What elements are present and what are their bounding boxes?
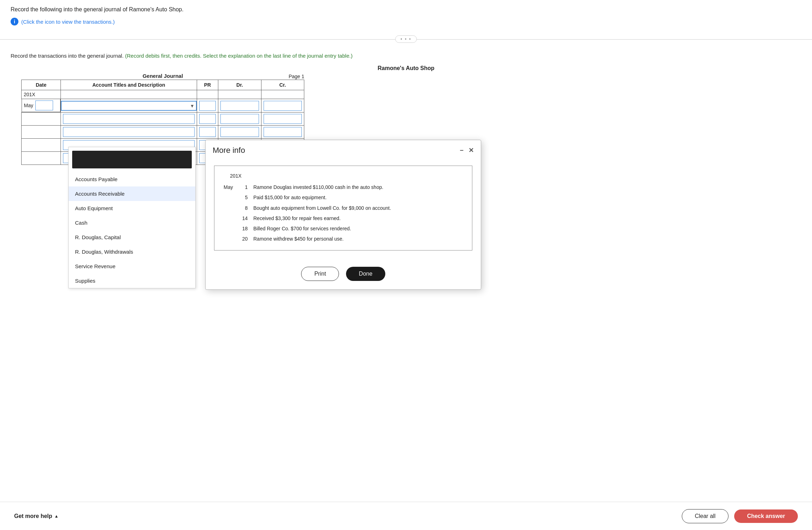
transaction-text: Billed Roger Co. $700 for services rende… [252, 224, 464, 234]
month-label: May [24, 103, 33, 108]
desc-cell-active[interactable]: ▼ [61, 99, 197, 113]
cr-cell-3[interactable] [261, 126, 304, 139]
transaction-month [222, 234, 236, 244]
dr-cell-2[interactable] [218, 113, 261, 126]
transaction-month [222, 193, 236, 202]
sub-instruction: Record the transactions into the general… [0, 49, 812, 65]
bottom-buttons: Clear all Check answer [682, 509, 798, 523]
dropdown-item-accounts-receivable[interactable]: Accounts Receivable [69, 186, 195, 201]
divider-pill: • • • [395, 35, 417, 43]
modal-close-button[interactable]: ✕ [468, 146, 474, 154]
transaction-row: 18Billed Roger Co. $700 for services ren… [222, 224, 464, 234]
transaction-row: 5Paid $15,000 for auto equipment. [222, 193, 464, 202]
transaction-day: 5 [237, 193, 251, 202]
cr-cell-1[interactable] [261, 99, 304, 113]
journal-page: Page 1 [289, 74, 304, 79]
date-empty-3 [22, 126, 61, 139]
more-info-modal: More info − ✕ 201X May1Ramone Douglas in… [205, 140, 481, 290]
check-answer-button[interactable]: Check answer [734, 509, 798, 523]
year-label: 201X [24, 92, 35, 97]
col-cr: Cr. [261, 80, 304, 90]
cr-input-1[interactable] [264, 101, 302, 111]
dr-cell-1[interactable] [218, 99, 261, 113]
transactions-table: May1Ramone Douglas invested $110,000 cas… [221, 182, 465, 244]
pr-cell-3[interactable] [197, 126, 218, 139]
transaction-month [222, 214, 236, 223]
dropdown-item-supplies[interactable]: Supplies [69, 273, 195, 288]
transaction-day: 18 [237, 224, 251, 234]
dropdown-item-auto-equipment[interactable]: Auto Equipment [69, 201, 195, 215]
modal-title: More info [213, 146, 245, 155]
desc-input-3[interactable] [63, 127, 194, 137]
cr-cell-2[interactable] [261, 113, 304, 126]
transaction-day: 14 [237, 214, 251, 223]
print-button[interactable]: Print [301, 267, 339, 281]
transaction-day: 8 [237, 203, 251, 213]
modal-header: More info − ✕ [206, 140, 481, 156]
sub-instruction-green: (Record debits first, then credits. Sele… [125, 53, 353, 59]
help-arrow-icon: ▲ [54, 514, 59, 519]
info-link-text[interactable]: (Click the icon to view the transactions… [21, 19, 115, 25]
modal-content: 201X May1Ramone Douglas invested $110,00… [206, 156, 481, 263]
cr-empty-year [261, 90, 304, 99]
dropdown-item-service-revenue[interactable]: Service Revenue [69, 259, 195, 273]
info-row: i (Click the icon to view the transactio… [0, 16, 812, 29]
account-select-wrapper[interactable]: ▼ [61, 101, 196, 111]
pr-input-2[interactable] [199, 114, 216, 124]
dropdown-container[interactable]: Accounts Payable Accounts Receivable Aut… [68, 147, 196, 288]
pr-cell-2[interactable] [197, 113, 218, 126]
pr-input-1[interactable] [199, 101, 216, 111]
modal-footer: Print Done [206, 263, 481, 289]
col-dr: Dr. [218, 80, 261, 90]
cr-input-2[interactable] [264, 114, 302, 124]
get-more-help[interactable]: Get more help ▲ [14, 513, 58, 519]
desc-cell-3[interactable] [61, 126, 197, 139]
transaction-row: 20Ramone withdrew $450 for personal use. [222, 234, 464, 244]
pr-input-3[interactable] [199, 127, 216, 137]
transaction-month [222, 224, 236, 234]
transaction-row: 8Bought auto equipment from Lowell Co. f… [222, 203, 464, 213]
col-date: Date [22, 80, 61, 90]
transaction-month: May [222, 183, 236, 192]
date-empty-2 [22, 113, 61, 126]
cr-input-3[interactable] [264, 127, 302, 137]
table-row-2 [22, 113, 304, 126]
info-icon[interactable]: i [11, 18, 18, 25]
dropdown-item-r-douglas-capital[interactable]: R. Douglas, Capital [69, 230, 195, 244]
transaction-text: Ramone Douglas invested $110,000 cash in… [252, 183, 464, 192]
day-input[interactable] [35, 100, 53, 110]
instruction-text: Record the following into the general jo… [11, 6, 184, 12]
table-row-3 [22, 126, 304, 139]
transaction-row: 14Received $3,300 for repair fees earned… [222, 214, 464, 223]
table-row-may: May ▼ [22, 99, 304, 113]
bottom-bar: Get more help ▲ Clear all Check answer [0, 502, 812, 530]
desc-cell-2[interactable] [61, 113, 197, 126]
done-button[interactable]: Done [346, 267, 385, 281]
modal-controls: − ✕ [460, 146, 474, 154]
transaction-text: Received $3,300 for repair fees earned. [252, 214, 464, 223]
transaction-day: 20 [237, 234, 251, 244]
transaction-day: 1 [237, 183, 251, 192]
clear-all-button[interactable]: Clear all [682, 509, 729, 523]
dr-input-3[interactable] [220, 127, 259, 137]
dropdown-item-r-douglas-withdrawals[interactable]: R. Douglas, Withdrawals [69, 244, 195, 259]
dr-input-2[interactable] [220, 114, 259, 124]
dropdown-item-cash[interactable]: Cash [69, 215, 195, 230]
desc-input-2[interactable] [63, 114, 194, 124]
pr-empty-year [197, 90, 218, 99]
transaction-text: Ramone withdrew $450 for personal use. [252, 234, 464, 244]
pr-cell-1[interactable] [197, 99, 218, 113]
account-input[interactable] [61, 101, 196, 111]
dr-input-1[interactable] [220, 101, 259, 111]
col-pr: PR [197, 80, 218, 90]
dropdown-item-accounts-payable[interactable]: Accounts Payable [69, 172, 195, 186]
dropdown-search-bar[interactable] [72, 151, 192, 168]
modal-minimize-button[interactable]: − [460, 147, 463, 154]
dr-cell-3[interactable] [218, 126, 261, 139]
transactions-box: 201X May1Ramone Douglas invested $110,00… [214, 166, 472, 250]
month-cell: May [22, 99, 61, 112]
transaction-month [222, 203, 236, 213]
col-account: Account Titles and Description [61, 80, 197, 90]
help-label: Get more help [14, 513, 52, 519]
year-cell: 201X [22, 90, 61, 99]
